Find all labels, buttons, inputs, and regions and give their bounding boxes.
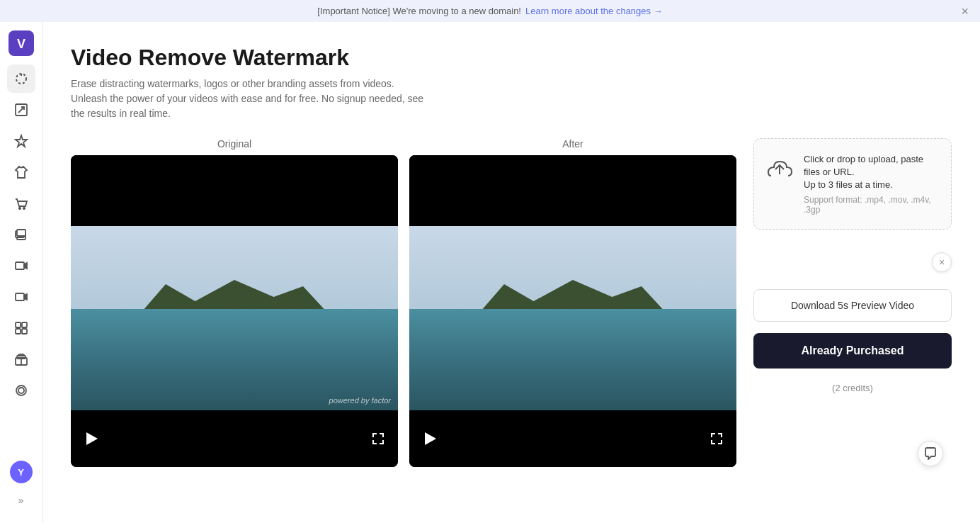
after-video-container bbox=[409, 155, 736, 467]
chat-bubble-button[interactable] bbox=[918, 441, 943, 466]
app-layout: V bbox=[0, 22, 980, 523]
page-title: Video Remove Watermark bbox=[71, 45, 952, 71]
svg-line-16 bbox=[18, 296, 21, 298]
video-comparison: Original powered by factor bbox=[71, 138, 736, 467]
video-top-black-original bbox=[71, 155, 398, 226]
sidebar: V bbox=[0, 22, 42, 523]
notice-bar: [Important Notice] We're moving to a new… bbox=[0, 0, 980, 22]
notice-close-button[interactable]: × bbox=[961, 5, 969, 18]
svg-marker-6 bbox=[16, 135, 27, 147]
video-controls-original bbox=[71, 410, 398, 467]
play-button-after[interactable] bbox=[421, 429, 440, 449]
svg-point-25 bbox=[18, 388, 24, 393]
video-scene-original: powered by factor bbox=[71, 226, 398, 410]
svg-text:V: V bbox=[16, 37, 25, 51]
overlay-close-button[interactable]: × bbox=[932, 252, 952, 272]
play-icon-original bbox=[86, 432, 98, 445]
sidebar-item-shopping[interactable] bbox=[7, 189, 35, 218]
play-button-original[interactable] bbox=[82, 429, 102, 449]
svg-rect-20 bbox=[22, 329, 27, 334]
svg-rect-19 bbox=[16, 329, 21, 334]
upload-icon bbox=[765, 154, 794, 188]
original-video-container: powered by factor bbox=[71, 155, 398, 467]
sidebar-item-gift[interactable] bbox=[7, 345, 35, 373]
watermark-overlay: powered by factor bbox=[329, 396, 391, 405]
sidebar-item-grid[interactable] bbox=[7, 314, 35, 342]
main-content: Video Remove Watermark Erase distracting… bbox=[42, 22, 980, 523]
video-scene-after bbox=[409, 226, 736, 410]
svg-point-8 bbox=[23, 208, 24, 209]
sidebar-item-effects[interactable] bbox=[7, 127, 35, 155]
already-purchased-button[interactable]: Already Purchased bbox=[753, 333, 952, 369]
content-row: Original powered by factor bbox=[71, 138, 952, 500]
sidebar-item-badge[interactable] bbox=[7, 376, 35, 405]
upload-sub-text: Support format: .mp4, .mov, .m4v, .3gp bbox=[804, 195, 940, 215]
expand-button-original[interactable] bbox=[370, 430, 387, 447]
svg-rect-17 bbox=[16, 322, 21, 327]
upload-main-text: Click or drop to upload, paste files or … bbox=[804, 153, 940, 192]
right-panel: Click or drop to upload, paste files or … bbox=[753, 138, 952, 393]
video-top-black-after bbox=[409, 155, 736, 226]
sidebar-item-edit[interactable] bbox=[7, 96, 35, 124]
upload-area[interactable]: Click or drop to upload, paste files or … bbox=[753, 138, 952, 230]
user-avatar[interactable]: Y bbox=[10, 461, 33, 483]
original-video-panel: Original powered by factor bbox=[71, 138, 398, 467]
page-description: Erase distracting watermarks, logos or o… bbox=[71, 77, 453, 121]
after-label: After bbox=[409, 138, 736, 150]
svg-rect-18 bbox=[22, 322, 27, 327]
expand-button-after[interactable] bbox=[708, 430, 725, 447]
notice-link[interactable]: Learn more about the changes → bbox=[525, 6, 663, 16]
sidebar-item-video-fx[interactable] bbox=[7, 283, 35, 311]
notice-text: [Important Notice] We're moving to a new… bbox=[317, 6, 521, 16]
video-section: Original powered by factor bbox=[71, 138, 736, 467]
download-preview-button[interactable]: Download 5s Preview Video bbox=[753, 289, 952, 322]
svg-rect-12 bbox=[16, 262, 24, 269]
svg-marker-15 bbox=[24, 294, 27, 300]
credits-text: (2 credits) bbox=[753, 383, 952, 393]
sidebar-expand-button[interactable]: » bbox=[7, 486, 35, 514]
sidebar-item-layers[interactable] bbox=[7, 220, 35, 249]
app-logo[interactable]: V bbox=[8, 30, 34, 56]
svg-line-5 bbox=[18, 107, 24, 113]
sidebar-item-loading[interactable] bbox=[7, 64, 35, 93]
sidebar-item-apparel[interactable] bbox=[7, 158, 35, 186]
after-video-panel: After bbox=[409, 138, 736, 467]
svg-marker-13 bbox=[24, 263, 27, 269]
sidebar-item-video-edit[interactable] bbox=[7, 252, 35, 280]
play-icon-after bbox=[425, 432, 436, 445]
svg-point-7 bbox=[18, 208, 20, 209]
original-label: Original bbox=[71, 138, 398, 150]
svg-rect-11 bbox=[17, 230, 25, 236]
video-controls-after bbox=[409, 410, 736, 467]
upload-text: Click or drop to upload, paste files or … bbox=[804, 153, 940, 215]
